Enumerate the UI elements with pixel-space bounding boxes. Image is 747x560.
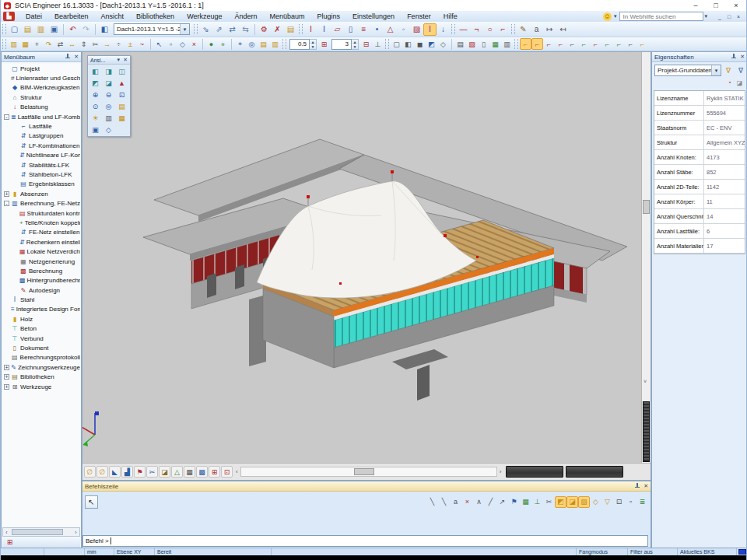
3d-viewport[interactable]: Ansi... ▾ ✕ ◧◨◫◩◪▲⊕⊖⊡⊙◎▤☀▥▦▣◇ ˅ bbox=[82, 51, 651, 481]
select-rect-icon[interactable]: ▫ bbox=[165, 38, 177, 50]
mdi-close-button[interactable]: × bbox=[734, 14, 743, 19]
scrollbar-thumb[interactable] bbox=[12, 529, 63, 535]
tree-item[interactable]: ▤ Ergebnisklassen bbox=[2, 180, 80, 189]
member-edit-icon[interactable]: Ⅰ bbox=[423, 23, 437, 36]
tree-item[interactable]: ↓ Belastung bbox=[2, 103, 80, 112]
zoom-in-icon[interactable]: ⊕ bbox=[89, 89, 102, 100]
transparency-icon[interactable]: ◇ bbox=[437, 38, 449, 50]
engineering-report-icon[interactable]: ▤ bbox=[284, 23, 297, 36]
view-side-icon[interactable]: ◨ bbox=[102, 65, 115, 77]
snap-surface-icon[interactable]: ▽ bbox=[601, 496, 613, 508]
zoom-slider[interactable] bbox=[643, 401, 650, 462]
property-row[interactable]: Lizenzname Ryklin STATIK bbox=[654, 91, 745, 106]
status-cell[interactable]: Aktuelles BKS bbox=[678, 548, 737, 555]
tree-item[interactable]: ⇵ Stabilitäts-LFK bbox=[2, 160, 80, 170]
spin-down-icon[interactable]: ▼ bbox=[310, 44, 316, 49]
tree-item[interactable]: ⊤ Beton bbox=[2, 324, 80, 334]
grid-step-icon[interactable]: ⊟ bbox=[360, 38, 372, 50]
extend-icon[interactable]: → bbox=[101, 38, 113, 50]
toolbar-grip[interactable] bbox=[385, 39, 389, 49]
property-row[interactable]: Anzahl 2D-Teile: 1142 bbox=[654, 180, 745, 194]
tree-item[interactable]: # Linienraster und Geschosse bbox=[2, 73, 80, 82]
flag-toggle-icon[interactable]: ⚑ bbox=[134, 466, 146, 478]
clipping-icon[interactable]: ▲ bbox=[115, 77, 128, 89]
mdi-minimize-button[interactable]: _ bbox=[715, 14, 724, 19]
tree-item[interactable]: ⊤ Verbund bbox=[2, 334, 80, 343]
snap-list-icon[interactable]: ≣ bbox=[637, 496, 648, 508]
link-project-icon[interactable]: ⇆ bbox=[239, 23, 252, 36]
tree-item[interactable]: + ⊞ Werkzeuge bbox=[2, 382, 80, 391]
expand-toggle[interactable]: + bbox=[4, 374, 9, 380]
hide-selected-icon[interactable]: ● bbox=[217, 38, 229, 50]
save-icon[interactable]: ▣ bbox=[47, 23, 61, 36]
menu-item[interactable]: Einstellungen bbox=[346, 11, 401, 22]
view-flag-10-icon[interactable]: ⌐ bbox=[625, 38, 637, 50]
chevron-down-icon[interactable]: ▾ bbox=[704, 13, 707, 19]
select-poly-icon[interactable]: ◇ bbox=[177, 38, 188, 50]
save-all-icon[interactable]: ▥ bbox=[34, 23, 47, 36]
gallery-icon[interactable]: ▤ bbox=[454, 38, 466, 50]
tree-item[interactable]: ▮ Holz bbox=[2, 314, 80, 324]
gear-icon[interactable]: ⚙ bbox=[258, 23, 271, 36]
status-cell[interactable]: Filter aus bbox=[628, 548, 678, 555]
menu-item[interactable]: Fenster bbox=[401, 11, 437, 22]
tree-item[interactable]: ▩ Berechnung bbox=[2, 266, 80, 275]
tree-item[interactable]: + Teile/Knoten koppeln bbox=[2, 218, 80, 227]
perspective-icon[interactable]: ◇ bbox=[102, 124, 115, 135]
property-row[interactable]: Anzahl Körper: 11 bbox=[654, 194, 745, 209]
snap-point-icon[interactable]: ◇ bbox=[590, 496, 601, 508]
new-item-icon[interactable]: ⊞ bbox=[4, 537, 16, 548]
expand-toggle[interactable]: + bbox=[4, 384, 9, 390]
snap-step-icon[interactable]: ⊞ bbox=[318, 38, 330, 50]
view-palette-header[interactable]: Ansi... ▾ ✕ bbox=[88, 56, 130, 65]
fast-params-2-icon[interactable]: ∅ bbox=[96, 466, 108, 478]
snap-line-icon[interactable]: ╲ bbox=[438, 496, 450, 508]
mirror-icon[interactable]: ⇄ bbox=[54, 38, 66, 50]
shadow-icon[interactable]: ◪ bbox=[159, 466, 170, 478]
view-flag-9-icon[interactable]: ⌐ bbox=[613, 38, 625, 50]
zoom-window-icon[interactable]: ⊡ bbox=[115, 89, 128, 100]
pan-bar-right[interactable] bbox=[566, 466, 623, 478]
chevron-down-icon[interactable]: ▾ bbox=[614, 13, 617, 19]
command-input[interactable]: Befehl > bbox=[82, 535, 648, 547]
toolbar-grip[interactable] bbox=[2, 39, 6, 49]
snap-cut-icon[interactable]: ✂ bbox=[543, 496, 555, 508]
scia-menu-icon[interactable]: ▙ bbox=[3, 12, 15, 21]
tree-item[interactable]: + ✎ Zeichnungswerkzeuge bbox=[2, 362, 80, 372]
deselect-all-icon[interactable]: × bbox=[188, 38, 200, 50]
view-flag-1-icon[interactable]: ⌐ bbox=[520, 38, 531, 50]
property-row[interactable]: Anzahl Querschnitte: 14 bbox=[654, 209, 745, 224]
measure-icon[interactable]: ↤ bbox=[556, 23, 570, 36]
property-row[interactable]: Anzahl Lastfälle: 6 bbox=[654, 224, 745, 239]
toolbar-grip[interactable] bbox=[282, 39, 286, 49]
count-spinner[interactable]: 3 ▲▼ bbox=[331, 39, 359, 50]
tree-item[interactable]: ▯ Dokument bbox=[2, 343, 80, 352]
select-single-icon[interactable]: ↖ bbox=[153, 38, 165, 50]
open-project-icon[interactable]: ▤ bbox=[21, 23, 34, 36]
delete-view-icon[interactable]: ▤ bbox=[115, 100, 128, 112]
help-smiley-icon[interactable]: ☺ bbox=[603, 12, 612, 21]
tree-item[interactable]: - ≣ Lastfälle und LF-Kombination bbox=[2, 112, 80, 121]
pan-bar-left[interactable] bbox=[506, 466, 563, 478]
view-flag-7-icon[interactable]: ⌐ bbox=[590, 38, 601, 50]
scroll-down-icon[interactable]: ˅ bbox=[644, 379, 647, 384]
load-panel-icon[interactable]: ▨ bbox=[410, 23, 423, 36]
project-window-icon[interactable]: ◧ bbox=[98, 23, 111, 36]
document-combo[interactable]: Dach1-2013.1 Y=1.5 -20 ▾ bbox=[114, 23, 190, 35]
expand-toggle[interactable]: - bbox=[4, 114, 9, 120]
chevron-down-icon[interactable]: ▾ bbox=[117, 57, 121, 63]
axo-view-icon[interactable]: ◣ bbox=[109, 466, 121, 478]
export-project-icon[interactable]: ⇗ bbox=[212, 23, 226, 36]
zoom-text-icon[interactable]: a bbox=[530, 23, 543, 36]
snap-length-icon[interactable]: a bbox=[450, 496, 461, 508]
snap-box-icon[interactable]: ▫ bbox=[625, 496, 637, 508]
hinge-icon[interactable]: ◦ bbox=[397, 23, 410, 36]
node-icon[interactable]: • bbox=[370, 23, 384, 36]
snap-midpoint-icon[interactable]: ∧ bbox=[473, 496, 485, 508]
property-row[interactable]: Anzahl Knoten: 4173 bbox=[654, 150, 745, 165]
tree-item[interactable]: Ⅰ Stahl bbox=[2, 295, 80, 304]
property-row[interactable]: Anzahl Stäbe: 852 bbox=[654, 165, 745, 180]
wall-icon[interactable]: ▯ bbox=[344, 23, 357, 36]
view-settings-icon[interactable]: ▣ bbox=[89, 124, 102, 135]
copy-icon[interactable]: ▥ bbox=[8, 38, 19, 50]
